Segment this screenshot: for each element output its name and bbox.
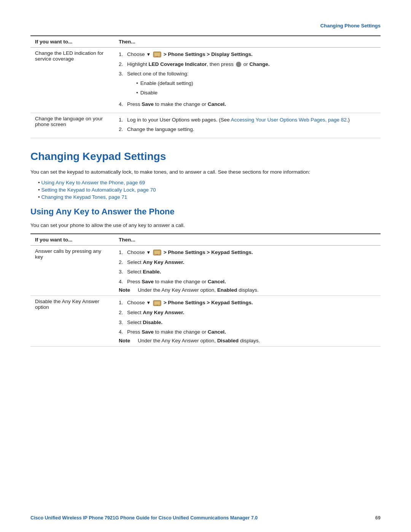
note-text: Under the Any Key Answer option, Enabled…	[138, 287, 258, 293]
footer-page-number: 69	[375, 515, 381, 521]
note-text: Under the Any Key Answer option, Disable…	[138, 338, 260, 343]
svg-point-5	[157, 254, 158, 255]
page-footer: Cisco Unified Wireless IP Phone 7921G Ph…	[0, 515, 411, 521]
svg-rect-7	[155, 302, 160, 305]
table1-col1-header: If you want to...	[30, 36, 114, 48]
link-auto-lock[interactable]: Setting the Keypad to Automatically Lock…	[41, 187, 156, 193]
bullet-item: Setting the Keypad to Automatically Lock…	[38, 187, 381, 193]
table-row: Disable the Any Key Answer option 1. Cho…	[30, 296, 381, 346]
link-any-key[interactable]: Using Any Key to Answer the Phone, page …	[41, 180, 145, 185]
section-title-keypad: Changing Keypad Settings	[30, 150, 381, 163]
any-key-row2-right: 1. Choose ▼ > Phone Settings > Keypad Se…	[114, 296, 381, 346]
step-2: 2. Select Any Key Answer.	[119, 308, 376, 317]
header-label: Changing Phone Settings	[320, 23, 381, 29]
inner-bullet-disable: Disable	[136, 89, 193, 97]
note-label: Note	[119, 287, 134, 293]
note-row-1: Note Under the Any Key Answer option, En…	[119, 287, 376, 293]
led-language-table: If you want to... Then... Change the LED…	[30, 35, 381, 138]
step-4: 4. Press Save to make the change or Canc…	[119, 328, 376, 336]
note-row-2: Note Under the Any Key Answer option, Di…	[119, 338, 376, 343]
note-label: Note	[119, 338, 134, 343]
row1-right: 1. Choose ▼ > Phone Settings > Display S…	[114, 48, 381, 113]
row2-right: 1. Log in to your User Options web pages…	[114, 113, 381, 138]
footer-left-text: Cisco Unified Wireless IP Phone 7921G Ph…	[30, 515, 258, 521]
svg-point-2	[157, 56, 158, 57]
inner-bullet-enable: Enable (default setting)	[136, 79, 193, 88]
step-1: 1. Choose ▼ > Phone Settings > Display S…	[119, 50, 376, 59]
step-4: 4. Press Save to make the change or Canc…	[119, 100, 376, 109]
step-2: 2. Highlight LED Coverage Indicator, the…	[119, 60, 376, 69]
step-1: 1. Choose ▼ > Phone Settings > Keypad Se…	[119, 248, 376, 257]
sub-section-title-any-key: Using Any Key to Answer the Phone	[30, 207, 381, 217]
any-key-row1-right: 1. Choose ▼ > Phone Settings > Keypad Se…	[114, 245, 381, 296]
bullet-item: Using Any Key to Answer the Phone, page …	[38, 180, 381, 185]
step-1: 1. Choose ▼ > Phone Settings > Keypad Se…	[119, 299, 376, 307]
table-row: Change the LED indication for service co…	[30, 48, 381, 113]
any-key-col2-header: Then...	[114, 234, 381, 246]
phone-settings-icon-3	[153, 300, 161, 307]
any-key-table: If you want to... Then... Answer calls b…	[30, 233, 381, 347]
step-3: 3. Select Enable.	[119, 268, 376, 276]
svg-point-8	[157, 305, 158, 305]
phone-settings-icon-2	[153, 249, 161, 256]
row2-left: Change the language on your phone screen	[30, 113, 114, 138]
any-key-intro: You can set your phone to allow the use …	[30, 221, 381, 230]
step-1: 1. Log in to your User Options web pages…	[119, 116, 376, 124]
any-key-col1-header: If you want to...	[30, 234, 114, 246]
row1-left: Change the LED indication for service co…	[30, 48, 114, 113]
link-keypad-tones[interactable]: Changing the Keypad Tones, page 71	[41, 194, 127, 200]
step-2: 2. Change the language setting.	[119, 125, 376, 134]
bullet-item: Changing the Keypad Tones, page 71	[38, 194, 381, 200]
svg-rect-1	[155, 53, 160, 56]
step-3: 3. Select Disable.	[119, 318, 376, 327]
page-header: Changing Phone Settings	[30, 23, 381, 29]
any-key-row1-left: Answer calls by pressing any key	[30, 245, 114, 296]
svg-rect-4	[155, 251, 160, 254]
table1-col2-header: Then...	[114, 36, 381, 48]
step-3: 3. Select one of the following: Enable (…	[119, 70, 376, 99]
table-row: Answer calls by pressing any key 1. Choo…	[30, 245, 381, 296]
phone-settings-icon	[153, 51, 161, 58]
keypad-intro: You can set the keypad to automatically …	[30, 168, 381, 176]
keypad-bullet-list: Using Any Key to Answer the Phone, page …	[38, 180, 381, 200]
link-user-options[interactable]: Accessing Your User Options Web Pages, p…	[231, 117, 346, 123]
step-4: 4. Press Save to make the change or Canc…	[119, 278, 376, 286]
nav-circle-icon	[236, 62, 241, 67]
table-row: Change the language on your phone screen…	[30, 113, 381, 138]
any-key-row2-left: Disable the Any Key Answer option	[30, 296, 114, 346]
step-2: 2. Select Any Key Answer.	[119, 258, 376, 267]
